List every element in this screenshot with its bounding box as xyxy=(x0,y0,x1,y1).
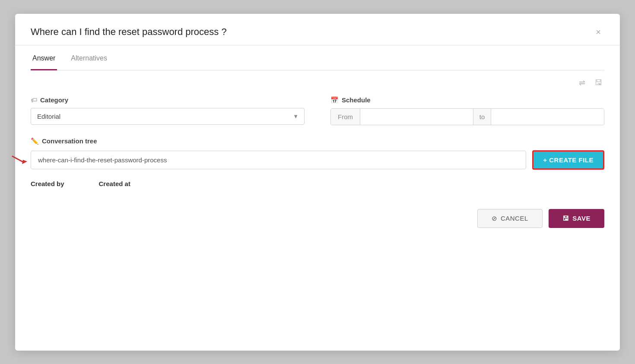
close-button[interactable]: × xyxy=(592,26,604,38)
svg-marker-1 xyxy=(22,160,27,164)
category-label: 🏷 Category xyxy=(31,96,305,104)
transfer-icon-button[interactable]: ⇌ xyxy=(577,76,587,89)
schedule-inputs: From to xyxy=(330,108,604,125)
modal: Where can I find the reset password proc… xyxy=(15,14,620,351)
tabs-container: Answer Alternatives xyxy=(15,47,620,70)
schedule-from-input[interactable] xyxy=(360,109,473,125)
conversation-row: + CREATE FILE xyxy=(31,150,604,170)
created-by-label: Created by xyxy=(31,180,64,187)
modal-body: 🏷 Category Editorial ▼ 📅 Schedule xyxy=(15,92,620,200)
save-button[interactable]: 🖫 SAVE xyxy=(549,209,604,228)
conversation-section: ✏️ Conversation tree + CREATE FILE xyxy=(31,137,604,170)
conversation-tree-input[interactable] xyxy=(31,151,526,169)
cancel-icon: ⊘ xyxy=(492,215,498,222)
schedule-to-input[interactable] xyxy=(491,109,604,125)
transfer-icon: ⇌ xyxy=(579,79,585,87)
cancel-button[interactable]: ⊘ CANCEL xyxy=(477,209,542,228)
conversation-tree-label: ✏️ Conversation tree xyxy=(31,137,604,145)
svg-line-0 xyxy=(13,156,24,162)
arrow-indicator xyxy=(12,153,27,167)
modal-title: Where can I find the reset password proc… xyxy=(31,26,227,38)
save-floppy-icon: 🖫 xyxy=(562,215,569,222)
tab-answer[interactable]: Answer xyxy=(31,47,57,70)
floppy-icon: 🖫 xyxy=(595,78,603,87)
fields-row: 🏷 Category Editorial ▼ 📅 Schedule xyxy=(31,96,604,125)
schedule-group: 📅 Schedule From to xyxy=(330,96,604,125)
category-group: 🏷 Category Editorial ▼ xyxy=(31,96,305,125)
category-select[interactable]: Editorial xyxy=(31,108,305,125)
created-at-label: Created at xyxy=(99,180,130,187)
modal-footer: ⊘ CANCEL 🖫 SAVE xyxy=(15,200,620,232)
from-label: From xyxy=(331,109,360,125)
save-icon-button[interactable]: 🖫 xyxy=(593,76,604,89)
create-file-button[interactable]: + CREATE FILE xyxy=(532,150,604,170)
modal-overlay: Where can I find the reset password proc… xyxy=(0,0,635,364)
toolbar-icons: ⇌ 🖫 xyxy=(15,70,620,92)
tab-alternatives[interactable]: Alternatives xyxy=(69,47,109,70)
calendar-icon: 📅 xyxy=(330,96,339,104)
edit-icon: ✏️ xyxy=(31,137,39,145)
tag-icon: 🏷 xyxy=(31,96,37,104)
category-select-wrap: Editorial ▼ xyxy=(31,108,305,125)
meta-row: Created by Created at xyxy=(31,180,604,187)
modal-header: Where can I find the reset password proc… xyxy=(15,14,620,45)
to-label: to xyxy=(473,109,492,125)
schedule-label: 📅 Schedule xyxy=(330,96,604,104)
